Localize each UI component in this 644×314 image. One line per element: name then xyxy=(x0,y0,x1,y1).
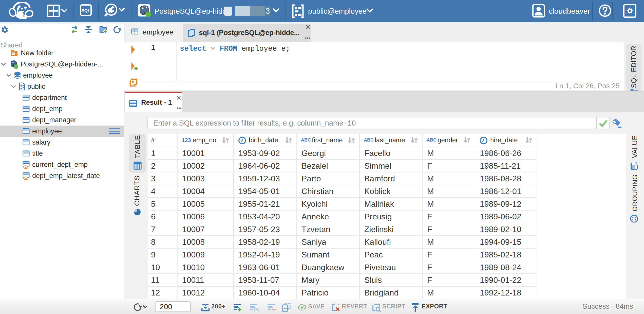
svg-text:(+): (+) xyxy=(254,307,259,311)
svg-text:SQL: SQL xyxy=(82,8,90,13)
